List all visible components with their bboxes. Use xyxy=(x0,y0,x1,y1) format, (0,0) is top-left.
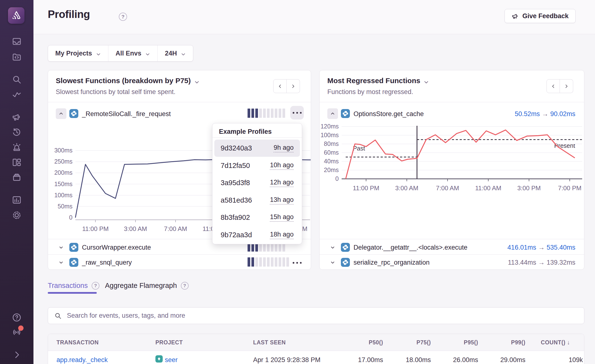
page-help-icon[interactable]: ? xyxy=(119,13,127,21)
profile-item[interactable]: a581ed3613h ago xyxy=(214,192,300,209)
notification-dot xyxy=(18,325,24,331)
sidebar-item-dashboards[interactable] xyxy=(11,157,22,168)
environment-filter[interactable]: All Envs xyxy=(108,45,158,61)
sidebar-item-collapse[interactable] xyxy=(11,349,22,360)
python-icon xyxy=(341,243,350,252)
column-header[interactable]: P95() xyxy=(464,339,478,346)
python-icon xyxy=(69,258,78,267)
next-page-button[interactable] xyxy=(560,79,573,93)
most-regressed-subtitle: Functions by most regressed. xyxy=(327,88,413,96)
slowest-functions-subtitle: Slowest functions by total self time spe… xyxy=(56,88,176,96)
project-filter-label: My Projects xyxy=(55,50,92,57)
expand-row-button[interactable] xyxy=(56,242,66,253)
column-header[interactable]: COUNT() ↓ xyxy=(541,339,570,346)
function-name[interactable]: _raw_snql_query xyxy=(82,259,132,266)
collapse-row-button[interactable] xyxy=(327,108,338,119)
slowest-functions-title[interactable]: Slowest Functions (breakdown by P75) xyxy=(56,77,199,85)
chevron-down-icon xyxy=(194,78,199,83)
row-options-button[interactable] xyxy=(290,106,304,119)
project-filter[interactable]: My Projects xyxy=(48,45,108,61)
tab-help-icon[interactable]: ? xyxy=(92,282,99,290)
regression-chart: 120ms100ms80ms60ms40ms20ms011:00 PM3:00 … xyxy=(323,121,585,201)
sidebar-item-help[interactable] xyxy=(11,312,22,323)
expand-row-button[interactable] xyxy=(327,257,338,268)
arrow-right-icon: → xyxy=(540,110,550,118)
metric-value: 26.00ms xyxy=(453,356,478,364)
date-range-filter[interactable]: 24H xyxy=(157,45,193,61)
give-feedback-button[interactable]: Give Feedback xyxy=(505,9,576,23)
tab-aggregate-flamegraph[interactable]: Aggregate Flamegraph? xyxy=(105,282,189,290)
most-regressed-title[interactable]: Most Regressed Functions xyxy=(327,77,428,85)
sidebar-item-whats-new[interactable] xyxy=(11,327,22,338)
regression-values[interactable]: 50.52ms→90.02ms xyxy=(515,110,575,118)
column-header[interactable]: PROJECT xyxy=(155,339,183,346)
next-page-button[interactable] xyxy=(287,79,300,93)
function-name[interactable]: CursorWrapper.execute xyxy=(82,244,151,251)
profile-age-link[interactable]: 13h ago xyxy=(270,196,294,205)
most-regressed-panel: Most Regressed Functions Functions by mo… xyxy=(319,70,584,270)
project-link[interactable]: seer xyxy=(165,356,178,364)
function-sparkline xyxy=(248,109,285,118)
search-bar xyxy=(48,307,584,324)
expand-row-button[interactable] xyxy=(327,242,338,253)
collapse-row-button[interactable] xyxy=(56,108,66,119)
arrow-right-icon: → xyxy=(536,244,547,251)
table-header: TRANSACTIONPROJECTLAST SEENP50()P75()P95… xyxy=(48,334,584,351)
profile-age-link[interactable]: 18h ago xyxy=(270,231,294,239)
page-header: Profiling ? Give Feedback xyxy=(33,0,595,34)
regression-values[interactable]: 416.01ms→535.40ms xyxy=(507,244,575,251)
sidebar-item-issues[interactable] xyxy=(11,36,22,47)
sidebar-item-search[interactable] xyxy=(11,74,22,85)
sidebar-item-releases[interactable] xyxy=(11,172,22,182)
expand-row-button[interactable] xyxy=(56,257,66,268)
column-header[interactable]: TRANSACTION xyxy=(56,339,99,346)
profile-age-link[interactable]: 15h ago xyxy=(270,213,294,222)
column-header[interactable]: LAST SEEN xyxy=(253,339,286,346)
profile-age-link[interactable]: 9h ago xyxy=(273,144,294,152)
sentry-logo[interactable] xyxy=(8,7,24,24)
prev-page-button[interactable] xyxy=(547,79,560,93)
chevron-down-icon xyxy=(424,78,428,83)
function-name[interactable]: OptionsStore.get_cache xyxy=(354,110,424,118)
transactions-table: TRANSACTIONPROJECTLAST SEENP50()P75()P95… xyxy=(48,334,584,364)
sidebar-item-stats[interactable] xyxy=(11,195,22,205)
profile-id: a581ed36 xyxy=(221,196,252,204)
arrow-right-icon: → xyxy=(536,259,547,266)
sidebar-item-settings[interactable] xyxy=(11,210,22,221)
search-input[interactable] xyxy=(66,312,578,320)
function-name[interactable]: Delegator.__getattr__.<locals>.execute xyxy=(354,244,467,251)
sidebar-item-explore[interactable] xyxy=(11,51,22,62)
profile-item[interactable]: 7d12fa5010h ago xyxy=(214,157,300,174)
column-header[interactable]: P99() xyxy=(511,339,525,346)
prev-page-button[interactable] xyxy=(273,79,287,93)
transaction-link[interactable]: app.ready._check xyxy=(56,356,108,364)
function-name[interactable]: serialize_rpc_organization xyxy=(354,259,430,266)
search-icon xyxy=(54,312,62,319)
sidebar-item-alerts[interactable] xyxy=(11,142,22,153)
column-header[interactable]: P75() xyxy=(417,339,431,346)
profile-age-link[interactable]: 12h ago xyxy=(270,179,294,187)
profile-id: 9d3240a3 xyxy=(221,144,252,152)
tab-transactions[interactable]: Transactions? xyxy=(48,282,99,290)
page-title: Profiling ? xyxy=(48,8,90,20)
date-range-filter-label: 24H xyxy=(165,50,177,57)
column-header[interactable]: P50() xyxy=(369,339,383,346)
tab-help-icon[interactable]: ? xyxy=(181,282,189,290)
sidebar-item-performance[interactable] xyxy=(11,89,22,100)
profile-item[interactable]: 9d3240a39h ago xyxy=(214,140,300,157)
sentry-logo-icon xyxy=(11,10,22,21)
profile-item[interactable]: 9b72aa3d18h ago xyxy=(214,226,300,244)
profile-item[interactable]: 3a95d3f812h ago xyxy=(214,174,300,191)
metric-value: 18.00ms xyxy=(406,356,431,364)
profiling-page: Profiling ? Give Feedback My Projects Al… xyxy=(0,0,595,364)
sidebar-item-replays[interactable] xyxy=(11,127,22,137)
profile-item[interactable]: 8b3fa90215h ago xyxy=(214,209,300,226)
megaphone-icon xyxy=(512,12,519,20)
chevron-down-icon xyxy=(145,51,150,56)
profile-age-link[interactable]: 10h ago xyxy=(270,161,294,170)
row-options-button[interactable] xyxy=(290,256,304,269)
function-name[interactable]: _RemoteSiloCall._fire_request xyxy=(82,110,171,118)
give-feedback-label: Give Feedback xyxy=(522,12,569,20)
regression-values[interactable]: 113.44ms→139.32ms xyxy=(508,259,575,266)
sidebar-item-feedback[interactable] xyxy=(11,111,22,122)
